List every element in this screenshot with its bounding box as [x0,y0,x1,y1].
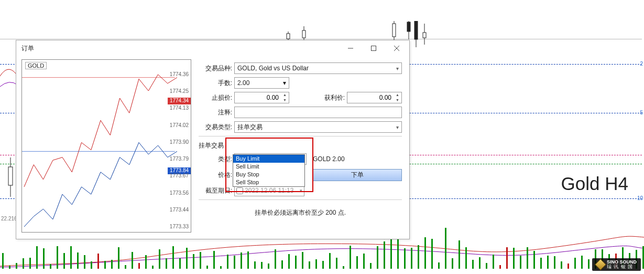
volume-label: 手数: [199,79,232,88]
mini-axis-tick: 1773.67 [170,173,189,178]
svg-rect-15 [372,46,376,51]
submit-order-button[interactable]: 下单 [313,169,402,181]
sl-label: 止损价: [199,93,232,102]
comment-label: 注释: [199,108,232,117]
chevron-down-icon: ▾ [396,66,399,71]
svg-rect-5 [392,24,396,37]
pending-type-dropdown[interactable]: Buy Limit Sell Limit Buy Stop Sell Stop [233,154,305,187]
sl-field[interactable] [235,94,281,101]
brand-subtext: 瑞 讯 银 国 [607,265,637,269]
step-down-icon[interactable]: ▼ [394,98,401,103]
mini-axis-tick: 1773.44 [170,207,189,213]
chevron-down-icon: ▾ [283,79,286,87]
step-up-icon[interactable]: ▲ [394,92,401,98]
symbol-value: GOLD, Gold vs US Dollar [237,65,309,72]
step-down-icon[interactable]: ▼ [281,98,289,103]
order-type-select[interactable]: 挂单交易 ▾ [234,121,402,133]
option-sell-stop[interactable]: Sell Stop [233,178,304,186]
expiry-checkbox[interactable] [236,187,243,194]
option-buy-limit[interactable]: Buy Limit [233,155,304,163]
titlebar[interactable]: 订单 [16,40,409,56]
chevron-down-icon: ▾ [300,188,302,193]
mini-axis-tick: 1773.56 [170,190,189,196]
minimize-button[interactable] [339,41,362,56]
sl-input[interactable]: ▲▼ [234,92,289,103]
pending-section-title: 挂单交易 [199,140,402,151]
expiry-value: 2022.12.06 11:13 [245,187,293,194]
svg-rect-11 [423,33,426,38]
order-dialog: 订单 GOLD 1774.34 1773.84 1774.361774.2517… [16,40,410,239]
step-up-icon[interactable]: ▲ [281,92,289,98]
pending-note: 挂单价必须远离市价至少 200 点. [199,208,402,217]
tp-input[interactable]: ▲▼ [347,92,402,103]
brand-logo: SINO SOUND 瑞 讯 银 国 [592,258,641,271]
expiry-label: 截至期日: [199,186,232,195]
price-label: 价格: [199,171,232,180]
chevron-down-icon: ▾ [396,124,399,130]
mini-axis-tick: 1773.79 [170,156,189,162]
mini-axis-tick: 1774.13 [170,105,189,111]
volume-input[interactable]: 2.00 ▾ [234,77,289,89]
close-button[interactable] [385,41,408,56]
mini-axis-tick: 1773.90 [170,139,189,145]
order-type-value: 挂单交易 [237,123,263,132]
comment-input[interactable] [234,107,402,118]
mini-axis-tick: 1774.36 [170,71,189,77]
order-type-label: 交易类型: [199,123,232,132]
bg-level-label: 5 [640,110,643,115]
symbol-select[interactable]: GOLD, Gold vs US Dollar ▾ [234,62,402,74]
svg-rect-9 [414,21,418,39]
option-sell-limit[interactable]: Sell Limit [233,163,304,171]
tp-label: 获利价: [311,93,345,102]
mini-axis-tick: 1773.33 [170,224,189,229]
mini-axis-tick: 1774.25 [170,88,189,94]
window-title: 订单 [21,44,34,53]
chart-title: Gold H4 [561,173,628,194]
svg-rect-3 [302,30,305,38]
volume-value: 2.00 [237,79,249,87]
tp-field[interactable] [347,94,394,101]
tick-chart: GOLD 1774.34 1773.84 1774.361774.251774.… [21,59,191,233]
mini-axis-tick: 1774.02 [170,122,189,128]
maximize-button[interactable] [362,41,385,56]
svg-rect-7 [407,22,410,31]
ask-price-tag: 1774.34 [168,98,191,104]
order-preview-text: GOLD 2.00 [313,155,345,163]
symbol-label: 交易品种: [199,64,232,73]
bg-level-label: 10 [637,195,643,201]
svg-rect-13 [8,167,13,185]
pending-type-label: 类型: [199,155,232,164]
bg-level-label: 2 [640,61,643,67]
option-buy-stop[interactable]: Buy Stop [233,171,304,178]
svg-rect-1 [287,34,290,39]
diamond-icon [595,259,607,271]
